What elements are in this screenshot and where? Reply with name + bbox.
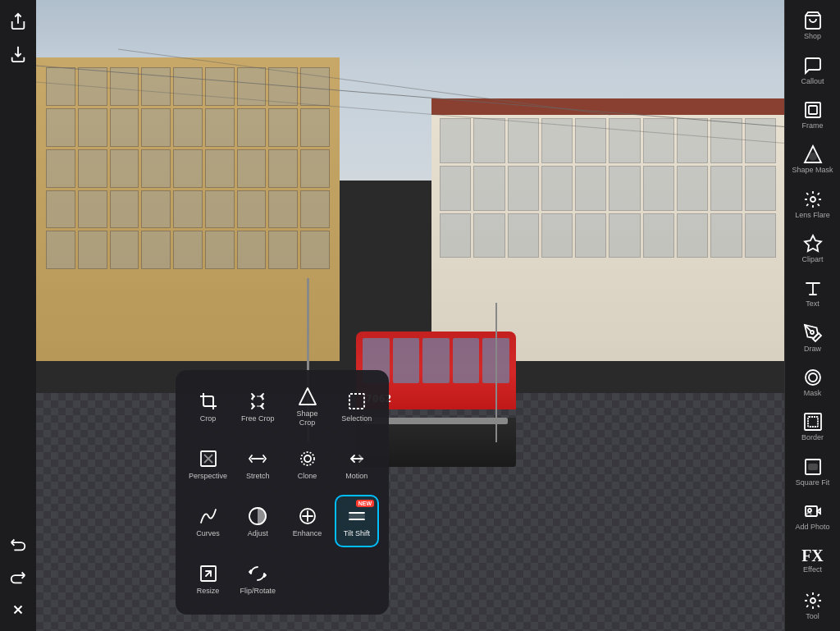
tool-perspective[interactable]: Perspective bbox=[185, 437, 231, 490]
svg-point-19 bbox=[810, 197, 815, 202]
svg-point-31 bbox=[809, 373, 817, 382]
tool-icon bbox=[803, 591, 823, 610]
tool-enhance[interactable]: Enhance bbox=[285, 495, 329, 547]
tool-adjust[interactable]: Adjust bbox=[235, 495, 280, 547]
shape-mask-label: Shape Mask bbox=[792, 166, 833, 174]
svg-marker-5 bbox=[299, 388, 316, 405]
sidebar-item-text[interactable]: Text bbox=[788, 272, 838, 314]
svg-rect-32 bbox=[805, 414, 821, 430]
share-button[interactable] bbox=[3, 7, 33, 36]
sidebar-item-lens-flare[interactable]: Lens Flare bbox=[788, 182, 838, 225]
tool-crop[interactable]: Crop bbox=[185, 380, 231, 432]
text-label: Text bbox=[806, 299, 819, 308]
motion-label: Motion bbox=[345, 472, 368, 481]
selection-icon bbox=[347, 391, 367, 411]
draw-icon bbox=[803, 323, 823, 343]
stretch-icon bbox=[248, 449, 267, 469]
tool-motion[interactable]: Motion bbox=[335, 437, 379, 490]
shape-crop-label: Shape Crop bbox=[288, 409, 326, 428]
download-button[interactable] bbox=[3, 39, 33, 69]
main-photo-area: 7062 Crop bbox=[36, 0, 784, 631]
flip-rotate-icon bbox=[248, 564, 267, 583]
frame-icon bbox=[803, 100, 823, 120]
svg-line-24 bbox=[806, 193, 808, 194]
border-icon bbox=[803, 412, 823, 432]
building-right bbox=[431, 98, 784, 361]
sidebar-item-draw[interactable]: Draw bbox=[788, 317, 838, 359]
sidebar-item-square-fit[interactable]: Square Fit bbox=[788, 450, 838, 493]
redo-button[interactable] bbox=[3, 562, 33, 592]
square-fit-icon bbox=[803, 457, 823, 477]
svg-point-9 bbox=[301, 452, 314, 465]
flip-rotate-label: Flip/Rotate bbox=[240, 587, 276, 596]
tool-free-crop[interactable]: Free Crop bbox=[235, 380, 280, 432]
shape-crop-icon bbox=[298, 386, 317, 406]
svg-rect-15 bbox=[806, 103, 820, 117]
tool-clone[interactable]: Clone bbox=[285, 437, 329, 490]
tool-stretch[interactable]: Stretch bbox=[235, 437, 280, 490]
tool-resize[interactable]: Resize bbox=[185, 552, 231, 605]
curves-icon bbox=[199, 506, 218, 526]
svg-rect-33 bbox=[808, 417, 818, 427]
undo-button[interactable] bbox=[3, 529, 33, 559]
clone-icon bbox=[298, 449, 317, 469]
sidebar-item-effect[interactable]: FX Effect bbox=[788, 539, 838, 582]
sidebar-item-mask[interactable]: Mask bbox=[788, 361, 838, 404]
border-label: Border bbox=[801, 433, 824, 441]
tool-label: Tool bbox=[806, 612, 819, 620]
clipart-icon bbox=[803, 234, 823, 254]
motion-icon bbox=[347, 449, 367, 469]
enhance-label: Enhance bbox=[293, 529, 322, 538]
new-badge: NEW bbox=[356, 500, 374, 507]
selection-label: Selection bbox=[341, 414, 372, 423]
lens-flare-label: Lens Flare bbox=[795, 211, 830, 219]
tool-grid-popup: Crop Free Crop Shape Crop bbox=[176, 370, 389, 615]
frame-label: Frame bbox=[801, 121, 823, 130]
free-crop-label: Free Crop bbox=[241, 414, 275, 423]
sidebar-item-clipart[interactable]: Clipart bbox=[788, 227, 838, 270]
tool-flip-rotate[interactable]: Flip/Rotate bbox=[235, 552, 280, 605]
crop-icon bbox=[199, 391, 218, 411]
tool-curves[interactable]: Curves bbox=[185, 495, 231, 547]
photo-canvas: 7062 Crop bbox=[36, 0, 784, 631]
enhance-icon bbox=[298, 506, 317, 526]
tool-selection[interactable]: Selection bbox=[335, 380, 379, 432]
svg-point-38 bbox=[810, 598, 815, 603]
sidebar-item-frame[interactable]: Frame bbox=[788, 94, 838, 136]
shape-mask-icon bbox=[803, 144, 823, 164]
building-left bbox=[36, 57, 340, 361]
square-fit-label: Square Fit bbox=[796, 478, 830, 487]
svg-rect-6 bbox=[349, 394, 364, 409]
svg-point-8 bbox=[304, 455, 311, 462]
sidebar-item-callout[interactable]: Callout bbox=[788, 48, 838, 91]
add-photo-icon bbox=[803, 501, 823, 521]
svg-rect-16 bbox=[809, 106, 817, 114]
effect-icon: FX bbox=[801, 547, 824, 564]
svg-point-29 bbox=[810, 331, 814, 334]
sidebar-item-tool[interactable]: Tool bbox=[788, 584, 838, 627]
tool-shape-crop[interactable]: Shape Crop bbox=[285, 380, 329, 432]
lens-flare-icon bbox=[803, 190, 823, 209]
sidebar-item-border[interactable]: Border bbox=[788, 405, 838, 448]
tool-tilt-shift[interactable]: NEW Tilt Shift bbox=[335, 495, 379, 547]
add-photo-label: Add Photo bbox=[795, 523, 829, 531]
callout-label: Callout bbox=[801, 77, 824, 85]
mask-label: Mask bbox=[804, 389, 822, 397]
lamp-pole-2 bbox=[495, 303, 497, 442]
svg-point-18 bbox=[810, 153, 816, 160]
sidebar-item-shop[interactable]: Shop bbox=[788, 4, 838, 47]
adjust-icon bbox=[248, 506, 267, 526]
sidebar-item-add-photo[interactable]: Add Photo bbox=[788, 495, 838, 537]
left-toolbar bbox=[0, 0, 36, 631]
curves-label: Curves bbox=[196, 529, 220, 538]
mask-icon bbox=[803, 368, 823, 387]
svg-line-26 bbox=[817, 193, 819, 194]
adjust-label: Adjust bbox=[248, 529, 268, 538]
resize-label: Resize bbox=[197, 587, 220, 596]
crop-label: Crop bbox=[200, 414, 217, 423]
text-icon bbox=[803, 278, 823, 298]
close-button[interactable] bbox=[3, 595, 33, 624]
callout-icon bbox=[803, 56, 823, 75]
svg-rect-35 bbox=[809, 464, 817, 469]
sidebar-item-shape-mask[interactable]: Shape Mask bbox=[788, 138, 838, 181]
